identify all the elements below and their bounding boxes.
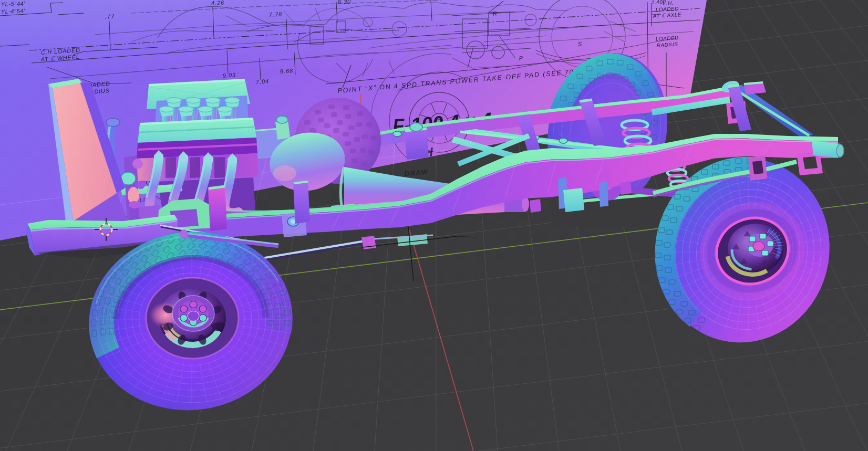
svg-text:4.26: 4.26 bbox=[211, 0, 224, 6]
svg-text:YL-5°44': YL-5°44' bbox=[1, 0, 26, 7]
svg-text:L.H.: L.H. bbox=[663, 0, 674, 6]
svg-text:9.68: 9.68 bbox=[280, 67, 293, 75]
svg-text:9.03: 9.03 bbox=[222, 71, 236, 79]
svg-text:.77: .77 bbox=[105, 13, 115, 20]
svg-text:S: S bbox=[577, 40, 582, 47]
svg-text:7.78: 7.78 bbox=[268, 11, 282, 18]
svg-text:7.04: 7.04 bbox=[255, 78, 269, 85]
svg-text:YL-4°54': YL-4°54' bbox=[1, 7, 26, 15]
svg-text:P: P bbox=[519, 55, 523, 61]
svg-text:8.30: 8.30 bbox=[337, 0, 351, 5]
svg-text:R: R bbox=[492, 10, 498, 17]
